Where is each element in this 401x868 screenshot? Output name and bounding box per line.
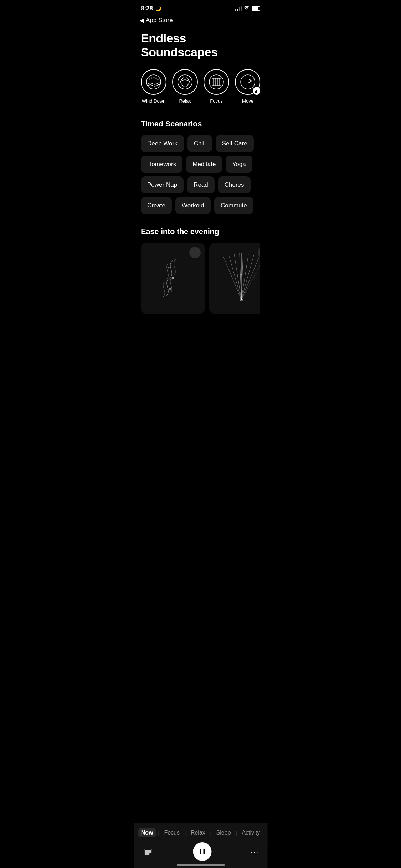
svg-rect-21 bbox=[258, 89, 258, 93]
wifi-icon bbox=[244, 6, 250, 11]
main-content: Endless Soundscapes Wind Down bbox=[134, 28, 267, 371]
moon-icon: 🌙 bbox=[155, 6, 161, 11]
svg-line-29 bbox=[223, 257, 241, 300]
relax-icon bbox=[177, 74, 193, 90]
svg-line-32 bbox=[240, 253, 241, 300]
category-circle-wind-down bbox=[141, 69, 166, 95]
svg-rect-19 bbox=[255, 91, 256, 93]
scenario-workout[interactable]: Workout bbox=[175, 197, 211, 214]
signal-bars bbox=[235, 6, 242, 11]
scenario-create[interactable]: Create bbox=[141, 197, 172, 214]
svg-point-28 bbox=[169, 288, 171, 290]
svg-line-30 bbox=[229, 255, 241, 300]
svg-line-36 bbox=[241, 255, 254, 300]
wind-down-icon bbox=[145, 74, 162, 90]
back-chevron-icon: ◀ bbox=[139, 16, 144, 24]
battery-icon bbox=[252, 6, 260, 11]
scenario-read[interactable]: Read bbox=[187, 176, 215, 193]
category-label-move: Move bbox=[242, 98, 253, 104]
svg-point-4 bbox=[156, 78, 157, 79]
status-left: 8:28 🌙 bbox=[141, 5, 161, 12]
rays-art bbox=[216, 253, 260, 303]
timed-scenarios-title: Timed Scenarios bbox=[141, 119, 260, 129]
focus-icon bbox=[208, 74, 225, 90]
svg-point-27 bbox=[168, 267, 169, 268]
evening-card-1-more-btn[interactable]: ··· bbox=[189, 247, 201, 258]
svg-point-39 bbox=[240, 298, 243, 301]
bars-icon bbox=[255, 89, 259, 93]
category-move[interactable]: Move bbox=[235, 69, 260, 104]
scenario-yoga[interactable]: Yoga bbox=[226, 156, 252, 173]
page-title: Endless Soundscapes bbox=[141, 31, 260, 59]
category-relax[interactable]: Relax bbox=[172, 69, 198, 104]
scenario-self-care[interactable]: Self Care bbox=[216, 135, 254, 152]
category-label-focus: Focus bbox=[210, 98, 222, 104]
category-label-wind-down: Wind Down bbox=[142, 98, 165, 104]
back-label: App Store bbox=[146, 17, 173, 24]
category-circle-focus bbox=[204, 69, 229, 95]
evening-card-art-2 bbox=[209, 243, 260, 314]
category-focus[interactable]: Focus bbox=[204, 69, 229, 104]
category-wind-down[interactable]: Wind Down bbox=[141, 69, 166, 104]
svg-point-16 bbox=[241, 75, 255, 89]
scenario-chores[interactable]: Chores bbox=[218, 176, 251, 193]
evening-card-1[interactable]: ··· bbox=[141, 243, 205, 314]
svg-line-34 bbox=[241, 253, 243, 300]
scenario-chill[interactable]: Chill bbox=[187, 135, 212, 152]
status-right bbox=[235, 6, 260, 11]
scenario-homework[interactable]: Homework bbox=[141, 156, 182, 173]
svg-point-40 bbox=[241, 274, 242, 275]
status-bar: 8:28 🌙 bbox=[134, 0, 267, 14]
playing-badge bbox=[253, 87, 260, 95]
category-label-relax: Relax bbox=[179, 98, 191, 104]
svg-line-31 bbox=[234, 254, 241, 300]
svg-line-37 bbox=[241, 257, 259, 300]
svg-point-3 bbox=[154, 77, 155, 78]
status-time: 8:28 bbox=[141, 5, 153, 12]
svg-point-5 bbox=[158, 79, 159, 80]
svg-point-2 bbox=[151, 78, 153, 79]
evening-title: Ease into the evening bbox=[141, 227, 260, 236]
scenario-power-nap[interactable]: Power Nap bbox=[141, 176, 184, 193]
evening-card-2[interactable]: ··· bbox=[209, 243, 260, 314]
svg-point-1 bbox=[149, 79, 150, 80]
category-circle-relax bbox=[172, 69, 198, 95]
category-circle-move bbox=[235, 69, 260, 95]
svg-point-26 bbox=[172, 277, 174, 279]
scenario-meditate[interactable]: Meditate bbox=[186, 156, 222, 173]
svg-point-7 bbox=[209, 75, 223, 89]
svg-point-0 bbox=[146, 75, 161, 89]
scenarios-grid: Deep Work Chill Self Care Homework Medit… bbox=[141, 135, 260, 214]
back-button[interactable]: ◀ App Store bbox=[134, 14, 267, 28]
scenario-commute[interactable]: Commute bbox=[214, 197, 253, 214]
flow-art bbox=[148, 253, 198, 303]
evening-row: ··· ··· bbox=[141, 243, 260, 314]
move-icon bbox=[240, 74, 256, 90]
categories-row: Wind Down Relax bbox=[141, 69, 260, 107]
svg-rect-20 bbox=[256, 90, 257, 93]
scenario-deep-work[interactable]: Deep Work bbox=[141, 135, 184, 152]
